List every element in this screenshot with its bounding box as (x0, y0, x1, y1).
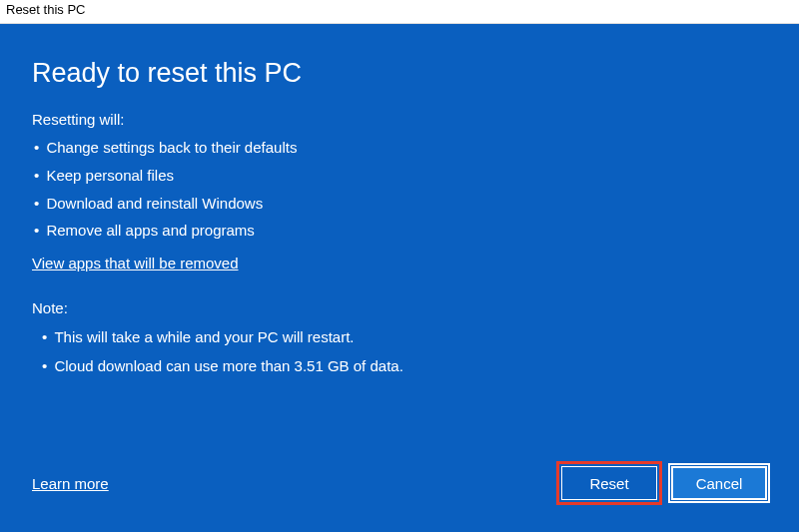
dialog-footer: Learn more Reset Cancel (32, 466, 767, 508)
window-title-bar: Reset this PC (0, 0, 799, 24)
note-list: This will take a while and your PC will … (32, 322, 767, 381)
resetting-label: Resetting will: (32, 111, 767, 128)
window-title: Reset this PC (6, 2, 85, 17)
list-item: Keep personal files (32, 162, 767, 190)
note-label: Note: (32, 299, 767, 316)
list-item: This will take a while and your PC will … (32, 322, 767, 351)
view-apps-link[interactable]: View apps that will be removed (32, 255, 767, 271)
note-block: Note: This will take a while and your PC… (32, 299, 767, 387)
list-item: Download and reinstall Windows (32, 190, 767, 218)
dialog-heading: Ready to reset this PC (32, 58, 767, 89)
list-item: Change settings back to their defaults (32, 134, 767, 162)
list-item: Cloud download can use more than 3.51 GB… (32, 351, 767, 380)
cancel-button[interactable]: Cancel (671, 466, 767, 500)
resetting-list: Change settings back to their defaults K… (32, 134, 767, 245)
learn-more-link[interactable]: Learn more (32, 475, 109, 492)
reset-button[interactable]: Reset (561, 466, 657, 500)
list-item: Remove all apps and programs (32, 217, 767, 245)
reset-dialog: Ready to reset this PC Resetting will: C… (0, 24, 799, 532)
